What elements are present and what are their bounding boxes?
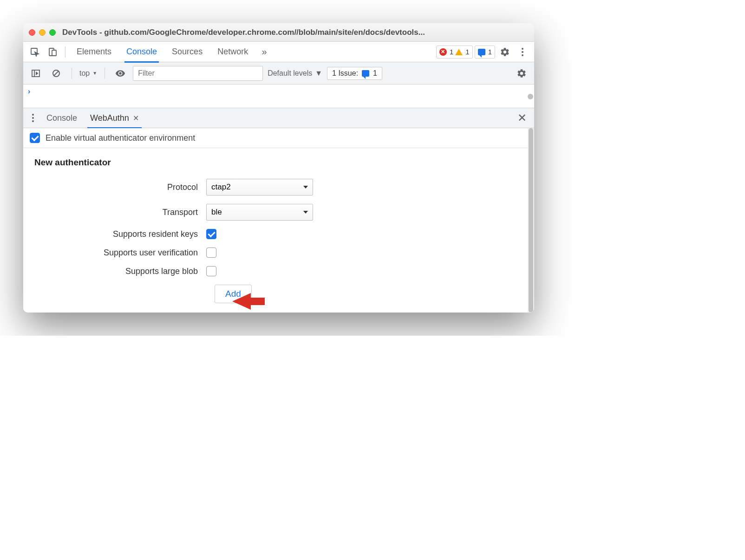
tab-console[interactable]: Console xyxy=(120,42,163,62)
traffic-lights xyxy=(29,29,56,36)
svg-line-6 xyxy=(54,71,59,76)
issue-count: 1 xyxy=(488,48,492,56)
settings-icon[interactable] xyxy=(497,44,513,60)
divider xyxy=(105,68,105,79)
close-tab-icon[interactable]: ✕ xyxy=(133,114,139,123)
tab-elements[interactable]: Elements xyxy=(70,42,118,62)
chevron-down-icon xyxy=(303,211,308,214)
warning-icon xyxy=(455,49,463,55)
chevron-down-icon: ▼ xyxy=(92,71,97,76)
error-warning-badge[interactable]: ✕1 1 xyxy=(436,46,473,59)
tab-network[interactable]: Network xyxy=(211,42,255,62)
issue-icon xyxy=(478,49,485,55)
enable-virtual-auth-checkbox[interactable] xyxy=(30,133,40,143)
user-verification-label: Supports user verification xyxy=(34,248,206,258)
window-title: DevTools - github.com/GoogleChrome/devel… xyxy=(62,28,529,37)
drawer-tab-webauthn-label: WebAuthn xyxy=(90,113,129,123)
vertical-scrollbar[interactable] xyxy=(528,128,534,313)
console-output: › xyxy=(23,85,534,108)
user-verification-checkbox[interactable] xyxy=(206,247,216,258)
drawer-tabs: Console WebAuthn ✕ ✕ xyxy=(23,108,534,128)
warning-count: 1 xyxy=(465,48,469,56)
error-count: 1 xyxy=(450,48,453,56)
protocol-value: ctap2 xyxy=(211,182,231,192)
scrollbar-thumb[interactable] xyxy=(528,94,533,99)
clear-console-icon[interactable] xyxy=(48,65,64,81)
divider xyxy=(72,68,72,79)
drawer-menu-icon[interactable] xyxy=(26,114,40,122)
issue-icon xyxy=(362,70,369,77)
live-expression-icon[interactable] xyxy=(112,65,128,81)
main-toolbar: Elements Console Sources Network » ✕1 1 … xyxy=(23,42,534,62)
chevron-down-icon xyxy=(303,186,308,189)
transport-value: ble xyxy=(211,208,222,217)
scrollbar-thumb[interactable] xyxy=(529,128,533,313)
enable-virtual-auth-row: Enable virtual authenticator environment xyxy=(23,128,534,148)
log-levels-selector[interactable]: Default levels ▼ xyxy=(268,69,322,78)
protocol-label: Protocol xyxy=(34,182,206,192)
tab-console-label: Console xyxy=(126,47,157,57)
issue-count2: 1 xyxy=(373,69,377,78)
tab-network-label: Network xyxy=(217,47,248,57)
tab-sources-label: Sources xyxy=(172,47,203,57)
drawer-tab-console-label: Console xyxy=(46,113,77,123)
close-drawer-icon[interactable]: ✕ xyxy=(513,109,531,127)
zoom-window-button[interactable] xyxy=(49,29,56,36)
resident-keys-checkbox[interactable] xyxy=(206,229,216,239)
issue-label: 1 Issue: xyxy=(332,69,358,78)
context-label: top xyxy=(79,69,90,78)
console-settings-icon[interactable] xyxy=(514,65,529,81)
new-authenticator-title: New authenticator xyxy=(34,157,523,168)
console-toolbar: top ▼ Default levels ▼ 1 Issue: 1 xyxy=(23,62,534,85)
chevron-down-icon: ▼ xyxy=(315,69,322,78)
protocol-select[interactable]: ctap2 xyxy=(206,179,313,195)
enable-virtual-auth-label: Enable virtual authenticator environment xyxy=(46,133,195,143)
issues-badge[interactable]: 1 xyxy=(475,46,495,59)
titlebar: DevTools - github.com/GoogleChrome/devel… xyxy=(23,23,534,42)
add-authenticator-button[interactable]: Add xyxy=(215,285,252,303)
inspect-icon[interactable] xyxy=(27,44,43,60)
minimize-window-button[interactable] xyxy=(39,29,46,36)
levels-label: Default levels xyxy=(268,69,312,78)
divider xyxy=(65,46,65,58)
tab-sources[interactable]: Sources xyxy=(165,42,209,62)
filter-input[interactable] xyxy=(133,66,263,81)
transport-select[interactable]: ble xyxy=(206,204,313,221)
svg-rect-2 xyxy=(52,50,56,56)
devtools-window: DevTools - github.com/GoogleChrome/devel… xyxy=(23,23,534,313)
add-button-label: Add xyxy=(225,289,241,299)
console-prompt-icon: › xyxy=(28,87,30,96)
webauthn-panel: New authenticator Protocol ctap2 Transpo… xyxy=(23,148,534,313)
large-blob-label: Supports large blob xyxy=(34,267,206,276)
more-tabs-icon[interactable]: » xyxy=(256,44,272,60)
resident-keys-label: Supports resident keys xyxy=(34,229,206,239)
large-blob-checkbox[interactable] xyxy=(206,266,216,276)
drawer-tab-webauthn[interactable]: WebAuthn ✕ xyxy=(84,108,145,128)
error-icon: ✕ xyxy=(439,48,447,56)
issues-counter[interactable]: 1 Issue: 1 xyxy=(327,67,382,80)
device-toggle-icon[interactable] xyxy=(45,44,60,60)
tab-elements-label: Elements xyxy=(77,47,111,57)
sidebar-toggle-icon[interactable] xyxy=(28,65,44,81)
close-window-button[interactable] xyxy=(29,29,35,36)
drawer-tab-console[interactable]: Console xyxy=(40,108,84,128)
kebab-menu-icon[interactable] xyxy=(515,44,530,60)
context-selector[interactable]: top ▼ xyxy=(79,69,97,78)
transport-label: Transport xyxy=(34,208,206,217)
